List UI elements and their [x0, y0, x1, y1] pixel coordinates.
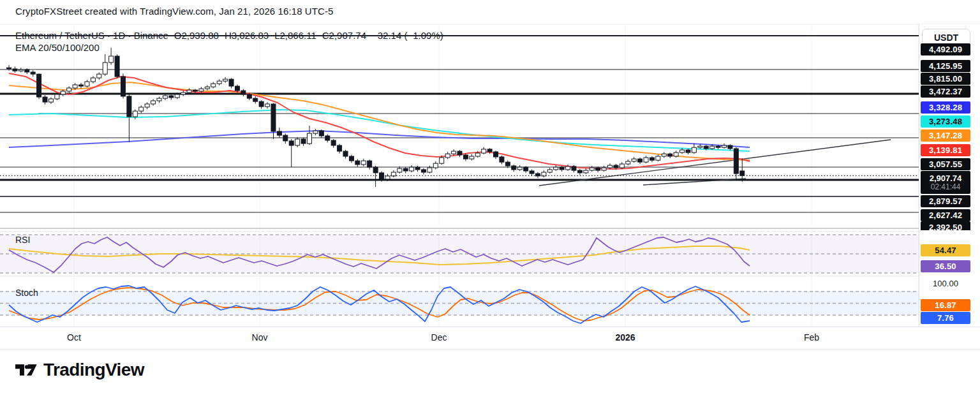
- time-axis-tick: 2026: [615, 332, 635, 343]
- indicator-value-label: 16.87: [921, 299, 970, 311]
- tradingview-logo[interactable]: TradingView: [15, 360, 144, 380]
- rsi-pane-label: RSI: [15, 235, 30, 245]
- time-axis-tick: Feb: [804, 332, 819, 343]
- time-axis-tick: Dec: [431, 332, 447, 343]
- indicator-value-label: 7.76: [921, 312, 970, 324]
- indicator-value-label: 36.50: [921, 260, 970, 272]
- ema-indicator-label: EMA 20/50/100/200: [15, 42, 100, 53]
- stoch-pane-label: Stoch: [15, 288, 38, 298]
- time-axis-tick: Nov: [252, 332, 268, 343]
- indicator-value-label: 54.47: [921, 244, 970, 256]
- tradingview-published-chart: CryptoFXStreet created with TradingView.…: [0, 0, 980, 398]
- time-axis-tick: Oct: [67, 332, 81, 343]
- tradingview-icon: [15, 360, 38, 380]
- price-level-line-top: [0, 35, 919, 36]
- time-axis[interactable]: OctNovDec2026Feb: [0, 327, 980, 350]
- price-scale[interactable]: USDT 4,492.094,125.953,815.003,472.373,3…: [919, 24, 980, 349]
- stoch-top-scale-value: 100.00: [919, 279, 972, 288]
- tradingview-wordmark: TradingView: [43, 360, 144, 380]
- indicator-scale-labels: 54.4736.5016.877.76100.00: [919, 24, 980, 349]
